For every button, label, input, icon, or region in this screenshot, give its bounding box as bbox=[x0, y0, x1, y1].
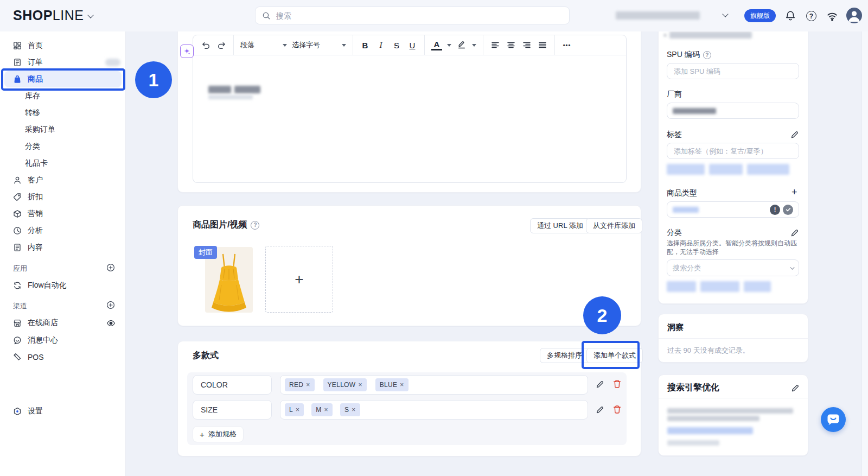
chevron-down-icon[interactable] bbox=[87, 12, 93, 18]
delete-option-icon[interactable] bbox=[612, 405, 622, 416]
sidebar-item-message-center[interactable]: 消息中心 bbox=[4, 332, 122, 348]
sidebar-item-inventory[interactable]: 库存 bbox=[4, 88, 122, 104]
chat-bubble-icon bbox=[827, 414, 840, 426]
sidebar-item-analytics[interactable]: 分析 bbox=[4, 223, 122, 239]
search-input[interactable] bbox=[275, 11, 563, 21]
font-size-dropdown[interactable]: 选择字号 bbox=[292, 40, 346, 50]
paragraph-style-dropdown[interactable]: 段落 bbox=[240, 40, 287, 50]
option-values-field[interactable]: RED× YELLOW× BLUE× bbox=[280, 375, 588, 395]
vendor-input[interactable] bbox=[667, 103, 799, 119]
add-channel-icon[interactable] bbox=[106, 301, 115, 309]
sidebar-item-home[interactable]: 首页 bbox=[4, 37, 122, 54]
sidebar-item-collections[interactable]: 分类 bbox=[4, 138, 122, 155]
option-name-field[interactable]: SIZE bbox=[193, 400, 272, 420]
support-chat-button[interactable] bbox=[821, 407, 846, 432]
help-icon[interactable]: ? bbox=[251, 221, 259, 230]
sidebar-item-online-store[interactable]: 在线商店 bbox=[4, 315, 122, 331]
option-name-field[interactable]: COLOR bbox=[193, 375, 272, 395]
add-from-library-button[interactable]: 从文件库添加 bbox=[586, 218, 642, 233]
editor-content-area[interactable] bbox=[193, 55, 626, 183]
remove-chip-icon[interactable]: × bbox=[324, 406, 328, 414]
sidebar-section-apps: 应用 bbox=[13, 263, 27, 274]
strikethrough-button[interactable]: S bbox=[391, 39, 402, 52]
option-value-chip[interactable]: S× bbox=[340, 403, 360, 416]
redacted-seo-text bbox=[667, 408, 793, 414]
edit-tags-icon[interactable] bbox=[790, 130, 799, 139]
cover-badge: 封面 bbox=[194, 246, 217, 259]
sidebar-item-transfers[interactable]: 转移 bbox=[4, 105, 122, 121]
settings-gear-icon bbox=[13, 407, 22, 416]
sidebar-item-customers[interactable]: 客户 bbox=[4, 172, 122, 188]
spu-input[interactable] bbox=[673, 67, 793, 76]
align-left-button[interactable] bbox=[490, 39, 501, 52]
sidebar-item-settings[interactable]: 设置 bbox=[4, 403, 122, 420]
sidebar-item-flow-automation[interactable]: Flow自动化 bbox=[4, 277, 122, 294]
align-center-button[interactable] bbox=[506, 39, 516, 52]
add-by-url-button[interactable]: 通过 URL 添加 bbox=[530, 218, 590, 233]
sidebar-item-orders[interactable]: 订单 bbox=[4, 54, 122, 71]
add-product-type-icon[interactable]: + bbox=[792, 187, 797, 198]
sidebar-item-content[interactable]: 内容 bbox=[4, 239, 122, 256]
sidebar-item-gift-cards[interactable]: 礼品卡 bbox=[4, 155, 122, 172]
align-justify-button[interactable] bbox=[537, 39, 548, 52]
category-help-text: 选择商品所属分类。智能分类将按规则自动匹配，无法手动选择 bbox=[667, 239, 800, 256]
align-right-button[interactable] bbox=[521, 39, 532, 52]
avatar[interactable] bbox=[846, 8, 862, 23]
undo-button[interactable] bbox=[200, 39, 211, 52]
check-icon[interactable] bbox=[783, 205, 793, 215]
remove-chip-icon[interactable]: × bbox=[306, 381, 310, 389]
chevron-down-icon[interactable] bbox=[447, 44, 451, 47]
edit-option-icon[interactable] bbox=[596, 380, 604, 389]
option-value-chip[interactable]: RED× bbox=[285, 378, 315, 391]
delete-option-icon[interactable] bbox=[612, 379, 622, 391]
shopline-logo[interactable]: SHOPLINE bbox=[13, 8, 84, 23]
option-value-chip[interactable]: YELLOW× bbox=[323, 378, 367, 391]
product-type-input[interactable]: ! bbox=[667, 201, 799, 218]
category-select[interactable]: 搜索分类 bbox=[667, 259, 799, 276]
shopline-admin-app: 段落 选择字号 B I S U A bbox=[0, 0, 868, 476]
edit-category-icon[interactable] bbox=[790, 229, 799, 237]
scrollbar-track[interactable] bbox=[861, 31, 868, 476]
add-app-icon[interactable] bbox=[106, 263, 115, 272]
global-search[interactable] bbox=[255, 7, 570, 24]
sidebar-item-pos[interactable]: POS bbox=[4, 349, 122, 365]
ai-assistant-button[interactable] bbox=[180, 45, 194, 58]
italic-button[interactable]: I bbox=[375, 39, 386, 52]
option-value-chip[interactable]: M× bbox=[311, 403, 333, 416]
sidebar-item-products[interactable]: 商品 bbox=[4, 71, 122, 87]
add-single-variant-button[interactable]: 添加单个款式 bbox=[586, 348, 643, 363]
redacted-category-chip bbox=[667, 281, 696, 292]
sort-specs-button[interactable]: 多规格排序 bbox=[540, 348, 589, 363]
help-icon[interactable]: ? bbox=[703, 51, 711, 59]
underline-button[interactable]: U bbox=[407, 39, 418, 52]
remove-chip-icon[interactable]: × bbox=[296, 406, 299, 414]
redacted-store-name[interactable] bbox=[616, 11, 700, 20]
add-media-tile[interactable]: + bbox=[265, 246, 333, 313]
network-status-icon[interactable] bbox=[827, 11, 838, 22]
add-spec-button[interactable]: + 添加规格 bbox=[193, 426, 244, 442]
bold-button[interactable]: B bbox=[360, 39, 371, 52]
help-icon[interactable]: ? bbox=[806, 11, 816, 21]
sidebar-item-discounts[interactable]: 折扣 bbox=[4, 189, 122, 205]
option-value-chip[interactable]: L× bbox=[285, 403, 304, 416]
option-value-chip[interactable]: BLUE× bbox=[375, 378, 409, 391]
edit-option-icon[interactable] bbox=[596, 405, 604, 414]
more-options-button[interactable]: ••• bbox=[561, 39, 572, 52]
sidebar-item-marketing[interactable]: 营销 bbox=[4, 206, 122, 222]
edit-seo-icon[interactable] bbox=[791, 384, 800, 392]
highlight-color-button[interactable] bbox=[456, 39, 467, 52]
option-values-field[interactable]: L× M× S× bbox=[280, 400, 588, 420]
warning-icon[interactable]: ! bbox=[770, 205, 780, 215]
sidebar-item-purchase-orders[interactable]: 采购订单 bbox=[4, 122, 122, 138]
chevron-down-icon[interactable] bbox=[472, 44, 476, 47]
notifications-bell-icon[interactable] bbox=[785, 10, 796, 21]
tags-input[interactable] bbox=[673, 147, 793, 156]
eye-preview-icon[interactable] bbox=[106, 319, 115, 327]
remove-chip-icon[interactable]: × bbox=[358, 381, 362, 389]
redo-button[interactable] bbox=[216, 39, 227, 52]
remove-chip-icon[interactable]: × bbox=[352, 406, 355, 414]
chevron-down-icon[interactable] bbox=[722, 11, 728, 17]
remove-chip-icon[interactable]: × bbox=[400, 381, 404, 389]
redacted-category-chip bbox=[744, 281, 771, 292]
text-color-button[interactable]: A bbox=[431, 40, 442, 50]
